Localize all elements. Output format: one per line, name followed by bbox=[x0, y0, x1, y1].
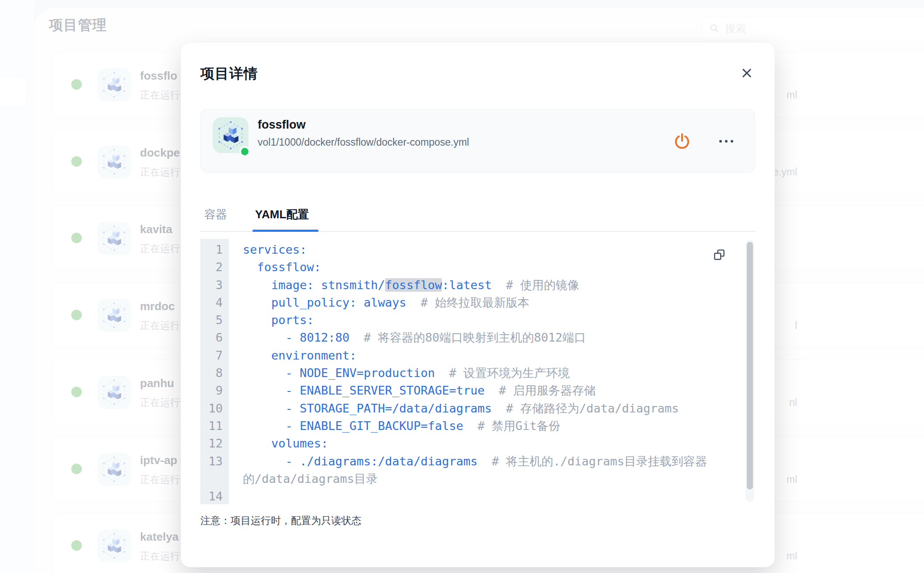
project-compose-path: vol1/1000/docker/fossflow/docker-compose… bbox=[258, 136, 469, 148]
code-line: 的/data/diagrams目录 bbox=[200, 470, 744, 488]
code-line: 2 fossflow: bbox=[200, 259, 744, 276]
more-actions-button[interactable] bbox=[714, 132, 739, 151]
code-line: 12 volumes: bbox=[200, 435, 744, 452]
code-line: 5 ports: bbox=[200, 311, 744, 329]
copy-button[interactable] bbox=[711, 248, 727, 263]
project-name: fossflow bbox=[258, 118, 306, 132]
power-icon bbox=[672, 132, 692, 151]
code-line: 3 image: stnsmith/fossflow:latest # 使用的镜… bbox=[200, 276, 744, 294]
scrollbar-track[interactable] bbox=[746, 240, 754, 502]
yaml-editor: 1services:2 fossflow:3 image: stnsmith/f… bbox=[200, 239, 755, 504]
tab-bar: 容器 YAML配置 bbox=[200, 203, 755, 232]
tab-containers[interactable]: 容器 bbox=[204, 207, 227, 222]
yaml-code: 1services:2 fossflow:3 image: stnsmith/f… bbox=[200, 241, 744, 505]
code-line: 1services: bbox=[200, 241, 744, 259]
code-line: 13 - ./diagrams:/data/diagrams # 将主机的./d… bbox=[200, 453, 744, 470]
project-logo-icon bbox=[215, 120, 246, 151]
modal-title: 项目详情 bbox=[200, 64, 258, 84]
code-line: 8 - NODE_ENV=production # 设置环境为生产环境 bbox=[200, 364, 744, 382]
code-line: 6 - 8012:80 # 将容器的80端口映射到主机的8012端口 bbox=[200, 329, 744, 346]
code-line: 7 environment: bbox=[200, 347, 744, 364]
close-button[interactable] bbox=[737, 63, 756, 83]
project-summary-card: fossflow vol1/1000/docker/fossflow/docke… bbox=[200, 109, 755, 173]
code-line: 10 - STORAGE_PATH=/data/diagrams # 存储路径为… bbox=[200, 400, 744, 417]
code-line: 9 - ENABLE_SERVER_STORAGE=true # 启用服务器存储 bbox=[200, 382, 744, 399]
close-icon bbox=[741, 67, 753, 79]
power-button[interactable] bbox=[672, 132, 692, 151]
readonly-note: 注意：项目运行时，配置为只读状态 bbox=[200, 514, 361, 528]
scrollbar-thumb[interactable] bbox=[747, 242, 753, 489]
code-line: 14 bbox=[200, 488, 744, 505]
ellipsis-icon bbox=[719, 140, 722, 143]
code-line: 4 pull_policy: always # 始终拉取最新版本 bbox=[200, 294, 744, 311]
running-status-dot bbox=[239, 146, 250, 157]
code-line: 11 - ENABLE_GIT_BACKUP=false # 禁用Git备份 bbox=[200, 417, 744, 435]
copy-icon bbox=[712, 248, 726, 262]
tab-yaml-config[interactable]: YAML配置 bbox=[255, 207, 309, 222]
project-detail-modal: 项目详情 fossflow vol1/1000/docker/fossflow/… bbox=[181, 42, 775, 567]
active-tab-indicator bbox=[252, 230, 318, 232]
